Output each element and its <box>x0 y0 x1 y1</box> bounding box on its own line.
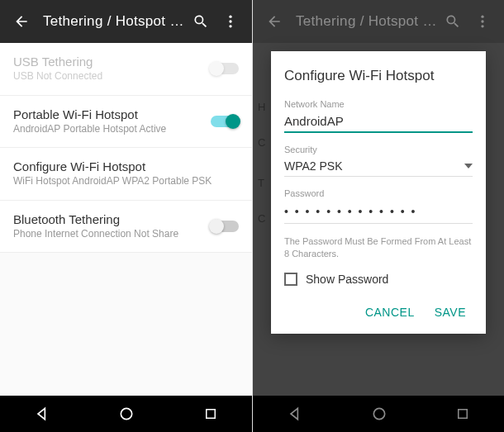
circle-home-icon <box>118 406 135 422</box>
checkbox-icon <box>284 273 297 286</box>
screen-right: Tethering / Hotspot P... H C T C Configu… <box>252 0 504 432</box>
bluetooth-tethering-switch[interactable] <box>211 221 239 232</box>
password-label: Password <box>284 188 473 198</box>
cancel-button[interactable]: CANCEL <box>359 301 421 324</box>
dialog-title: Configure Wi-Fi Hotspot <box>284 68 473 84</box>
svg-point-1 <box>229 20 231 22</box>
search-button[interactable] <box>186 7 216 36</box>
show-password-checkbox[interactable]: Show Password <box>284 273 473 286</box>
nav-back[interactable] <box>34 406 50 422</box>
navbar <box>0 396 252 432</box>
setting-subtitle: WiFi Hotspot AndroidAP WPA2 Portable PSK <box>13 175 239 188</box>
dialog-actions: CANCEL SAVE <box>284 301 473 324</box>
setting-title: Configure Wi-Fi Hotspot <box>13 159 239 173</box>
setting-configure-hotspot[interactable]: Configure Wi-Fi Hotspot WiFi Hotspot And… <box>0 148 252 201</box>
network-name-input[interactable] <box>284 111 473 133</box>
svg-point-0 <box>229 16 231 18</box>
password-input[interactable] <box>284 200 473 224</box>
nav-recents[interactable] <box>203 406 218 421</box>
security-select[interactable]: WPA2 PSK <box>284 156 473 177</box>
setting-bluetooth-tethering[interactable]: Bluetooth Tethering Phone Internet Conne… <box>0 201 252 254</box>
more-vert-icon <box>222 13 239 30</box>
appbar-title: Tethering / Hotspot P... <box>43 13 186 30</box>
show-password-label: Show Password <box>306 273 388 286</box>
overflow-button[interactable] <box>216 7 245 36</box>
setting-subtitle: USB Not Connected <box>13 70 211 83</box>
back-button[interactable] <box>7 7 36 36</box>
setting-usb-tethering: USB Tethering USB Not Connected <box>0 43 252 96</box>
network-name-label: Network Name <box>284 99 473 109</box>
dropdown-icon <box>464 164 473 169</box>
password-hint: The Password Must Be Formed From At Leas… <box>284 235 473 261</box>
setting-title: Bluetooth Tethering <box>13 212 211 226</box>
square-recents-icon <box>203 406 218 421</box>
setting-title: Portable Wi-Fi Hotspot <box>13 107 211 121</box>
security-value: WPA2 PSK <box>284 159 464 173</box>
settings-list: USB Tethering USB Not Connected Portable… <box>0 43 252 396</box>
wifi-hotspot-switch[interactable] <box>211 116 239 127</box>
back-arrow-icon <box>13 13 30 30</box>
search-icon <box>193 13 209 30</box>
dialog-overlay[interactable]: Configure Wi-Fi Hotspot Network Name Sec… <box>253 0 504 432</box>
svg-point-3 <box>121 408 132 419</box>
setting-wifi-hotspot[interactable]: Portable Wi-Fi Hotspot AndroidAP Portabl… <box>0 96 252 149</box>
svg-point-2 <box>229 25 231 27</box>
triangle-back-icon <box>34 406 50 422</box>
security-label: Security <box>284 145 473 154</box>
screen-left: Tethering / Hotspot P... USB Tethering U… <box>0 0 252 432</box>
setting-subtitle: Phone Internet Connection Not Share <box>13 228 211 241</box>
usb-tethering-switch <box>211 63 239 74</box>
save-button[interactable]: SAVE <box>428 301 473 324</box>
svg-rect-4 <box>207 410 216 419</box>
setting-subtitle: AndroidAP Portable Hotspot Active <box>13 123 211 136</box>
nav-home[interactable] <box>118 406 135 422</box>
appbar: Tethering / Hotspot P... <box>0 0 252 43</box>
setting-title: USB Tethering <box>13 55 211 69</box>
configure-hotspot-dialog: Configure Wi-Fi Hotspot Network Name Sec… <box>271 51 486 334</box>
